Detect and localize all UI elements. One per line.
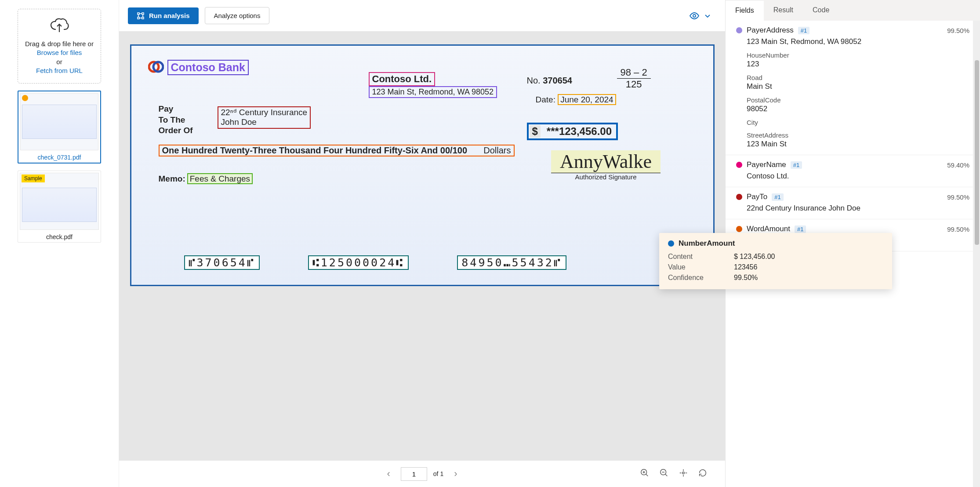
- eye-icon: [689, 11, 700, 21]
- toolbar: Run analysis Analyze options: [119, 0, 725, 31]
- check-document: Contoso Bank Contoso Ltd. 123 Main St, R…: [130, 44, 715, 286]
- number-amount-box[interactable]: $***123,456.00: [527, 123, 618, 140]
- field-tooltip: NumberAmount Content$ 123,456.00Value123…: [659, 233, 892, 289]
- sample-tag: Sample: [22, 174, 45, 182]
- field-tag: #1: [772, 193, 783, 201]
- chevron-down-icon: [704, 12, 711, 19]
- fetch-link[interactable]: Fetch from URL: [36, 67, 83, 74]
- field-confidence: 99.50%: [947, 27, 969, 34]
- page-prev[interactable]: ‹: [382, 468, 394, 480]
- tooltip-dot-icon: [668, 240, 674, 247]
- tooltip-row: Confidence99.50%: [668, 273, 883, 283]
- thumbnail-active[interactable]: check_0731.pdf: [18, 91, 101, 164]
- zoom-out-icon[interactable]: [659, 468, 669, 480]
- signature: AnnyWalkeAuthorized Signature: [518, 150, 694, 181]
- rotate-icon[interactable]: [698, 468, 708, 480]
- field-subfield: PostalCode98052: [747, 96, 969, 113]
- scrollbar[interactable]: [973, 21, 980, 487]
- field-name: WordAmount: [747, 225, 790, 233]
- field-tag: #1: [798, 27, 809, 34]
- field-item[interactable]: PayerName#159.40%Contoso Ltd.: [726, 155, 980, 187]
- field-color-dot: [736, 194, 742, 200]
- word-amount-box: One Hundred Twenty-Three Thousand Four H…: [159, 145, 515, 156]
- zoom-in-icon[interactable]: [640, 468, 650, 480]
- tab-result[interactable]: Result: [764, 0, 803, 21]
- status-dot: [22, 95, 28, 101]
- drop-zone[interactable]: Drag & drop file here or Browse for file…: [18, 9, 101, 84]
- field-confidence: 59.40%: [947, 161, 969, 169]
- field-item[interactable]: PayerAddress#199.50%123 Main St, Redmond…: [726, 21, 980, 155]
- field-confidence: 99.50%: [947, 225, 969, 233]
- field-tag: #1: [795, 225, 806, 233]
- check-number: No. 370654: [527, 76, 572, 86]
- field-color-dot: [736, 27, 742, 33]
- field-value: Contoso Ltd.: [747, 172, 969, 181]
- field-confidence: 99.50%: [947, 193, 969, 201]
- field-subfield: StreetAddress123 Main St: [747, 131, 969, 149]
- pager-bar: ‹ of 1 ›: [119, 461, 725, 487]
- svg-point-5: [682, 472, 685, 474]
- field-value: 22nd Century Insurance John Doe: [747, 204, 969, 213]
- payer-address-box: 123 Main St, Redmond, WA 98052: [369, 86, 497, 98]
- drop-or: or: [56, 58, 62, 65]
- payer-name-box: Contoso Ltd.: [369, 72, 436, 86]
- tooltip-row: Value123456: [668, 262, 883, 273]
- run-analysis-button[interactable]: Run analysis: [128, 7, 199, 24]
- fit-icon[interactable]: [679, 468, 688, 480]
- svg-point-0: [693, 15, 696, 17]
- bank-name: Contoso Bank: [167, 60, 249, 75]
- tabs: Fields Result Code: [726, 0, 980, 21]
- micr-line: ⑈370654⑈⑆125000024⑆84950⑉55432⑈: [184, 255, 566, 270]
- cloud-upload-icon: [49, 17, 70, 35]
- bank-logo-icon: [148, 59, 164, 75]
- field-color-dot: [736, 162, 742, 168]
- field-subfield: City: [747, 119, 969, 126]
- page-next[interactable]: ›: [450, 468, 461, 480]
- analyze-options-button[interactable]: Analyze options: [205, 7, 270, 24]
- date: Date: June 20, 2024: [536, 95, 616, 105]
- tab-code[interactable]: Code: [803, 0, 839, 21]
- field-item[interactable]: PayTo#199.50%22nd Century Insurance John…: [726, 187, 980, 219]
- field-color-dot: [736, 226, 742, 232]
- routing-fraction: 98 – 2125: [617, 67, 651, 90]
- thumb-caption: check.pdf: [20, 230, 99, 240]
- thumbnail-sample[interactable]: Sample check.pdf: [18, 171, 101, 243]
- tab-fields[interactable]: Fields: [726, 0, 764, 21]
- field-name: PayerAddress: [747, 26, 794, 35]
- payto-label: PayTo TheOrder Of: [159, 104, 193, 136]
- field-value: 123 Main St, Redmond, WA 98052: [747, 37, 969, 46]
- browse-link[interactable]: Browse for files: [37, 49, 82, 56]
- thumb-caption: check_0731.pdf: [20, 150, 98, 161]
- field-subfield: RoadMain St: [747, 74, 969, 91]
- page-total: of 1: [433, 470, 443, 477]
- field-subfield: HouseNumber123: [747, 51, 969, 69]
- analysis-icon: [137, 12, 145, 20]
- file-panel: Drag & drop file here or Browse for file…: [0, 0, 119, 487]
- page-input[interactable]: [401, 467, 427, 481]
- memo: Memo:Fees & Charges: [159, 174, 253, 184]
- field-name: PayerName: [747, 160, 786, 169]
- payto-box: 22ⁿᵈ Century InsuranceJohn Doe: [218, 106, 311, 129]
- document-canvas[interactable]: Contoso Bank Contoso Ltd. 123 Main St, R…: [119, 31, 725, 461]
- drop-text: Drag & drop file here or: [25, 40, 94, 47]
- tooltip-title: NumberAmount: [679, 239, 735, 248]
- tooltip-row: Content$ 123,456.00: [668, 251, 883, 262]
- visibility-toggle[interactable]: [689, 11, 716, 21]
- field-tag: #1: [791, 161, 802, 169]
- field-name: PayTo: [747, 193, 767, 201]
